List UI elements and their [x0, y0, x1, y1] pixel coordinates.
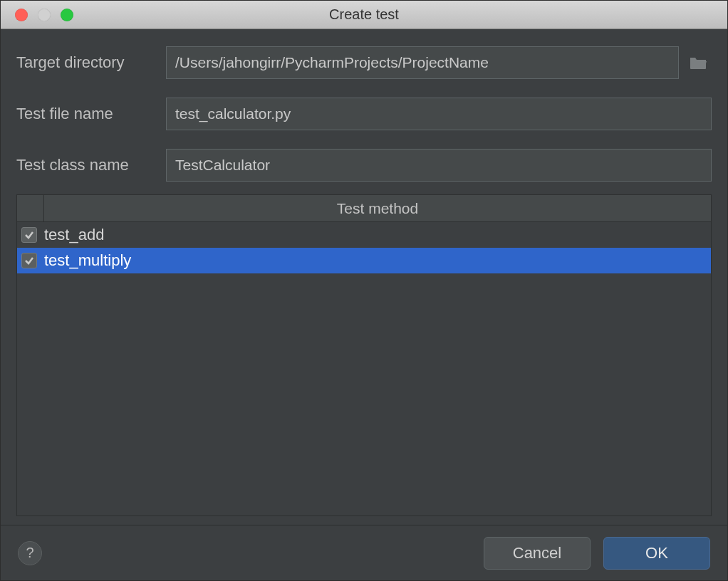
create-test-dialog: Create test Target directory Test file n… [0, 0, 728, 581]
close-window-button[interactable] [15, 9, 28, 21]
target-directory-input[interactable] [166, 46, 679, 79]
test-method-header-label: Test method [44, 200, 711, 217]
test-method-panel: Test method test_add test_multiply [16, 194, 712, 516]
minimize-window-button[interactable] [38, 9, 51, 21]
test-class-name-label: Test class name [16, 156, 166, 174]
help-icon: ? [26, 545, 33, 561]
check-icon [24, 255, 35, 266]
test-class-name-row: Test class name [16, 149, 712, 182]
target-directory-row: Target directory [16, 46, 712, 79]
method-label: test_add [44, 226, 104, 244]
cancel-button-label: Cancel [513, 544, 561, 562]
test-method-header: Test method [17, 195, 711, 222]
folder-open-icon[interactable] [686, 55, 712, 70]
titlebar: Create test [1, 1, 727, 29]
help-button[interactable]: ? [18, 541, 42, 565]
window-controls [1, 9, 73, 21]
test-file-name-label: Test file name [16, 105, 166, 123]
test-file-name-row: Test file name [16, 98, 712, 130]
ok-button[interactable]: OK [603, 537, 710, 570]
method-label: test_multiply [44, 251, 131, 270]
footer-buttons: Cancel OK [484, 537, 710, 570]
test-method-row[interactable]: test_multiply [17, 248, 711, 273]
test-method-row[interactable]: test_add [17, 222, 711, 248]
window-title: Create test [1, 6, 727, 23]
test-class-name-input[interactable] [166, 149, 712, 182]
checkbox-column-header [17, 195, 44, 221]
method-checkbox[interactable] [21, 253, 37, 268]
ok-button-label: OK [645, 544, 668, 562]
method-checkbox[interactable] [21, 227, 37, 243]
zoom-window-button[interactable] [61, 9, 73, 21]
dialog-content: Target directory Test file name Test cla… [1, 29, 727, 525]
test-method-list[interactable]: test_add test_multiply [17, 222, 711, 515]
target-directory-label: Target directory [16, 53, 166, 72]
test-file-name-input[interactable] [166, 98, 712, 130]
check-icon [24, 229, 35, 241]
dialog-footer: ? Cancel OK [1, 525, 727, 580]
cancel-button[interactable]: Cancel [484, 537, 591, 570]
